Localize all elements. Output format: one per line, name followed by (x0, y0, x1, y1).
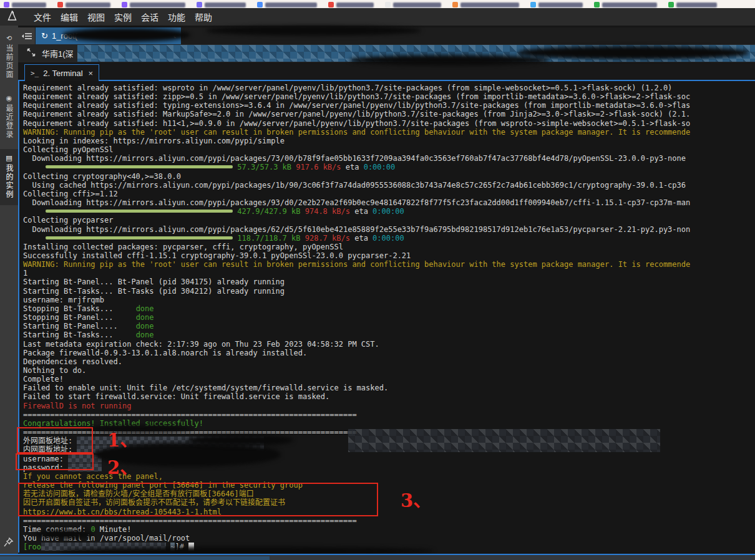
bookmark-item[interactable] (530, 2, 583, 7)
hamburger-icon (22, 32, 32, 40)
terminal-text: ========================================… (23, 516, 357, 525)
menu-item[interactable]: 视图 (87, 11, 105, 23)
bookmark-icon (452, 2, 458, 7)
terminal-line: Starting Bt-Panel... Bt-Panel (pid 30417… (23, 278, 755, 286)
terminal-text: Collecting cffi>=1.12 (23, 190, 118, 198)
terminal-line: Dependencies resolved. (23, 357, 755, 366)
menu-item[interactable]: 实例 (114, 11, 132, 23)
annotation-mark-3: 3、 (401, 486, 431, 512)
redaction-smudge (349, 55, 549, 65)
bookmark-item[interactable] (594, 2, 657, 7)
status-bar (0, 554, 755, 560)
menu-item[interactable]: 帮助 (195, 11, 212, 23)
menu-items: 文件编辑视图实例会话功能帮助 (34, 11, 212, 23)
bookmark-icon (668, 2, 674, 7)
terminal-text: Looking in indexes: https://mirrors.aliy… (23, 137, 285, 145)
terminal-text: Collecting cryptography<40,>=38.0.0 (23, 172, 181, 181)
bookmark-icon (197, 2, 202, 7)
terminal-text: 57.3/57.3 kB (233, 163, 296, 171)
menu-item[interactable]: 文件 (34, 11, 51, 23)
terminal-text: Requirement already satisfied: MarkupSaf… (23, 110, 690, 118)
terminal-line: Starting Bt-Tasks... done (23, 331, 755, 339)
bookmark-item[interactable] (452, 2, 519, 7)
terminal-text: done (136, 322, 154, 331)
terminal-line: Failed to start firewalld.service: Unit … (23, 392, 755, 401)
progress-bar (46, 165, 233, 168)
terminal-line: Collecting pycparser (23, 216, 755, 224)
menu-item[interactable]: 会话 (141, 11, 158, 23)
sidebar-item-label: 最近登录 (4, 104, 14, 139)
terminal-line: Stopping Bt-Panel... done (23, 313, 755, 322)
terminal-tab-label: 2. Terminal (43, 69, 82, 78)
terminal-text: Nothing to do. (23, 366, 86, 375)
terminal-line: Downloading https://mirrors.aliyun.com/p… (23, 225, 755, 234)
session-list-toggle-button[interactable] (18, 27, 35, 44)
terminal-text: Starting Bt-Panel.... (23, 322, 136, 331)
bookmark-icon (594, 2, 600, 7)
terminal-line: You have mail in /var/spool/mail/root (23, 534, 755, 543)
terminal-text: If you cannot access the panel, (23, 472, 163, 481)
bookmark-icon (530, 2, 536, 7)
terminal-text: 974.8 kB/s (305, 207, 350, 216)
terminal-text: Using cached https://mirrors.aliyun.com/… (23, 181, 686, 190)
bookmark-item[interactable] (4, 2, 46, 7)
app-window: 文件编辑视图实例会话功能帮助 ⟲当前页面◉最近登录▤我的实例 ↻ 1_root(… (0, 0, 755, 560)
bookmark-item[interactable] (122, 2, 185, 7)
terminal-line: Collecting pyOpenSSl (23, 145, 755, 154)
bookmark-item[interactable] (197, 2, 246, 7)
highlight-box-firewall-note (18, 483, 378, 516)
highlight-box-credentials (16, 453, 94, 470)
sidebar-item[interactable]: ▤我的实例 (0, 149, 18, 205)
terminal-text: Collecting pyOpenSSl (23, 145, 114, 154)
terminal-text (23, 163, 46, 171)
terminal-text: 0:00:00 (373, 207, 404, 216)
bookmark-label-redacted (66, 2, 110, 7)
terminal-text: Stopping Bt-Tasks... (23, 304, 136, 313)
bookmark-label-redacted (676, 2, 717, 7)
sidebar: ⟲当前页面◉最近登录▤我的实例 (0, 26, 18, 554)
terminal-line: Downloading https://mirrors.aliyun.com/p… (23, 154, 755, 163)
pin-icon[interactable] (2, 536, 15, 551)
redaction-smudge (62, 28, 190, 42)
bookmark-item[interactable] (385, 2, 441, 7)
terminal-text: Downloading https://mirrors.aliyun.com/p… (23, 198, 690, 207)
terminal-text (23, 234, 46, 243)
bookmark-item[interactable] (257, 2, 317, 7)
redaction-smudge (87, 425, 193, 432)
terminal-text: 928.7 kB/s (305, 234, 350, 243)
terminal-text: done (136, 313, 154, 322)
sidebar-item[interactable]: ◉最近登录 (0, 89, 18, 145)
terminal-tab[interactable]: >_ 2. Terminal × (24, 64, 99, 81)
bookmark-item[interactable] (328, 2, 374, 7)
terminal-tab-row: >_ 2. Terminal × (18, 62, 755, 81)
bookmark-icon (122, 2, 127, 7)
terminal-line: ========================================… (23, 516, 755, 525)
terminal-line: 427.9/427.9 kB 974.8 kB/s eta 0:00:00 (23, 207, 755, 216)
terminal-line: Requirement already satisfied: typing-ex… (23, 101, 755, 110)
expand-arrows-icon[interactable] (27, 48, 36, 59)
sidebar-item-label: 我的实例 (4, 164, 14, 199)
terminal-text: Requirement already satisfied: wsproto i… (23, 84, 672, 92)
terminal-panel[interactable]: Requirement already satisfied: wsproto i… (18, 81, 755, 553)
tab-close-icon[interactable]: × (89, 69, 94, 78)
terminal-text: Starting Bt-Tasks... Bt-Tasks (pid 30421… (23, 287, 285, 296)
terminal-text: Package firewalld-0.9.3-13.0.1.al8.noarc… (23, 349, 307, 357)
refresh-icon[interactable]: ↻ (41, 31, 48, 41)
terminal-line: WARNING: Running pip as the 'root' user … (23, 128, 755, 137)
terminal-text: Failed to enable unit: Unit file /etc/sy… (23, 384, 388, 392)
bookmark-label-redacted (393, 2, 441, 7)
bookmark-label-redacted (336, 2, 374, 7)
terminal-text: 427.9/427.9 kB (233, 207, 305, 216)
bookmark-item[interactable] (668, 2, 717, 7)
terminal-line: Looking in indexes: https://mirrors.aliy… (23, 137, 755, 145)
terminal-output: Requirement already satisfied: wsproto i… (23, 84, 755, 551)
terminal-line: Collecting cryptography<40,>=38.0.0 (23, 172, 755, 181)
terminal-text: username: mrjfrqmb (23, 296, 104, 304)
sidebar-item[interactable]: ⟲当前页面 (0, 29, 18, 85)
bookmark-item[interactable] (57, 2, 110, 7)
menu-item[interactable]: 编辑 (61, 11, 78, 23)
menu-item[interactable]: 功能 (168, 11, 185, 23)
terminal-line: Last metadata expiration check: 2:17:39 … (23, 340, 755, 349)
terminal-text: eta (350, 234, 373, 243)
terminal-text: Minute! (95, 525, 132, 534)
